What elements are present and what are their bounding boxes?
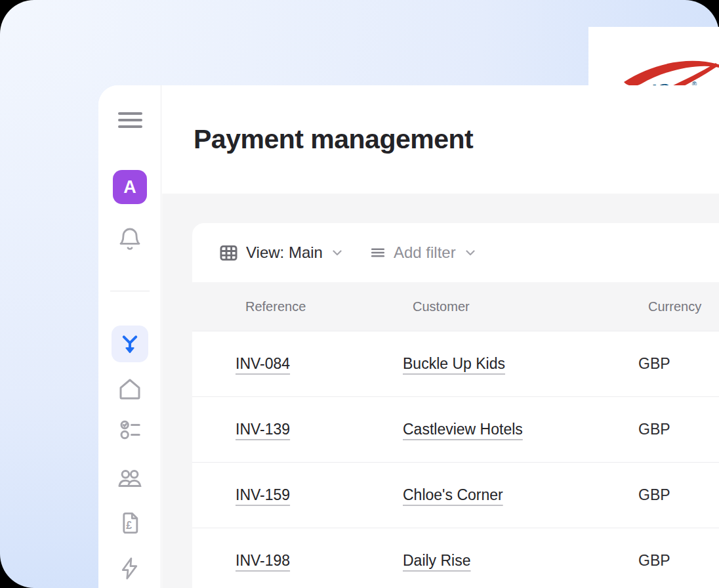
users-icon <box>116 465 144 492</box>
app-window: A <box>98 85 719 588</box>
sidebar-item-notifications[interactable] <box>98 220 161 257</box>
checklist-icon <box>117 417 143 443</box>
currency-value: GBP <box>638 552 670 569</box>
table-row: INV-139 Castleview Hotels GBP <box>192 396 719 462</box>
sidebar-item-home[interactable] <box>98 371 161 408</box>
svg-text:£: £ <box>126 520 132 531</box>
column-header-currency: Currency <box>648 299 719 314</box>
reference-link[interactable]: INV-198 <box>236 552 290 569</box>
customer-link[interactable]: Castleview Hotels <box>403 421 523 438</box>
merge-icon <box>119 333 141 355</box>
sidebar-item-invoices[interactable]: £ <box>98 505 161 541</box>
workspace-avatar[interactable]: A <box>98 169 161 205</box>
add-filter-button[interactable]: Add filter <box>369 243 478 262</box>
currency-value: GBP <box>638 486 670 503</box>
page-header: Payment management <box>162 85 719 194</box>
menu-button[interactable] <box>98 102 161 138</box>
column-header-reference: Reference <box>245 299 413 314</box>
table-toolbar: View: Main Add filter <box>192 223 719 282</box>
bell-icon <box>117 226 143 252</box>
content-area: View: Main Add filter <box>162 194 719 588</box>
customer-link[interactable]: Daily Rise <box>403 552 471 569</box>
sidebar-item-tasks[interactable] <box>98 411 161 448</box>
hamburger-icon <box>118 112 142 128</box>
sidebar-item-customers[interactable] <box>98 460 161 497</box>
page: CapitalOne® A <box>0 0 719 588</box>
currency-value: GBP <box>638 421 670 438</box>
active-item-highlight <box>112 326 148 362</box>
sidebar-item-actions[interactable] <box>98 550 161 587</box>
invoice-document-icon: £ <box>117 510 143 536</box>
main-area: Payment management Vie <box>162 85 719 588</box>
chevron-down-icon <box>329 245 345 261</box>
view-selector-label: View: Main <box>246 243 323 262</box>
chevron-down-icon <box>462 245 478 261</box>
table-header-row: Reference Customer Currency <box>192 282 719 331</box>
table-row: INV-198 Daily Rise GBP <box>192 528 719 588</box>
lightning-bolt-icon <box>117 556 142 581</box>
sidebar: A <box>98 85 161 588</box>
reference-link[interactable]: INV-159 <box>236 486 290 503</box>
avatar-letter: A <box>113 170 147 204</box>
reference-link[interactable]: INV-139 <box>236 421 290 438</box>
column-header-customer: Customer <box>413 299 648 314</box>
view-selector[interactable]: View: Main <box>218 242 345 264</box>
customer-link[interactable]: Chloe's Corner <box>403 486 503 503</box>
sidebar-item-payments-active[interactable] <box>98 326 161 362</box>
filter-lines-icon <box>369 243 387 262</box>
sidebar-divider <box>110 291 150 291</box>
reference-link[interactable]: INV-084 <box>236 355 290 372</box>
customer-link[interactable]: Buckle Up Kids <box>403 355 505 372</box>
add-filter-label: Add filter <box>394 243 456 262</box>
currency-value: GBP <box>638 355 670 372</box>
table-row: INV-084 Buckle Up Kids GBP <box>192 331 719 396</box>
table-row: INV-159 Chloe's Corner GBP <box>192 462 719 528</box>
home-icon <box>116 375 144 403</box>
page-title: Payment management <box>194 124 473 155</box>
table-view-icon <box>218 242 239 264</box>
payments-table-card: View: Main Add filter <box>192 223 719 588</box>
